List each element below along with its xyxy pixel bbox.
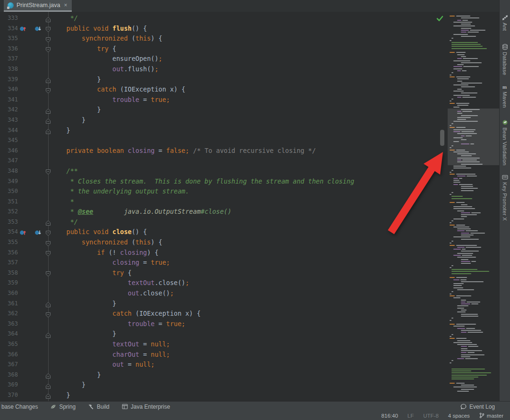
code-line-350[interactable]: 350 * the underlying output stream. xyxy=(0,186,500,197)
fold-end-icon[interactable] xyxy=(45,382,51,388)
overriding-method-icon[interactable] xyxy=(19,229,26,235)
event-log-icon xyxy=(460,403,467,410)
minimap-line xyxy=(448,253,500,254)
code-line-354[interactable]: 354 public void close() { xyxy=(0,227,500,237)
code-line-351[interactable]: 351 * xyxy=(0,197,500,207)
fold-start-icon[interactable] xyxy=(45,87,51,93)
fold-end-icon[interactable] xyxy=(45,127,51,134)
status-item-4-spaces[interactable]: 4 spaces xyxy=(448,413,470,419)
toolwindow-button-event-log[interactable]: Event Log xyxy=(460,403,495,410)
code-line-368[interactable]: 368 } xyxy=(0,370,500,380)
fold-start-icon[interactable] xyxy=(45,270,51,276)
code-line-352[interactable]: 352 * @see java.io.OutputStream#close() xyxy=(0,207,500,217)
minimap-viewport[interactable] xyxy=(448,109,500,165)
code-line-334[interactable]: 334 public void flush() { xyxy=(0,24,500,34)
code-line-347[interactable]: 347 xyxy=(0,156,500,166)
status-item-816-40[interactable]: 816:40 xyxy=(382,413,398,419)
code-line-359[interactable]: 359 textOut.close(); xyxy=(0,278,500,288)
tool-button-ant[interactable]: Ant xyxy=(500,14,510,31)
overriding-method-icon[interactable] xyxy=(19,25,26,32)
toolwindow-button-spring[interactable]: Spring xyxy=(50,403,76,410)
code-line-369[interactable]: 369 } xyxy=(0,380,500,390)
minimap[interactable] xyxy=(448,12,500,401)
fold-start-icon[interactable] xyxy=(45,229,51,235)
code-line-340[interactable]: 340 catch (IOException x) { xyxy=(0,84,500,95)
minimap-line xyxy=(448,54,500,55)
close-icon[interactable]: × xyxy=(64,2,67,8)
fold-start-icon[interactable] xyxy=(45,25,51,32)
fold-end-icon[interactable] xyxy=(45,392,51,398)
minimap-line xyxy=(448,324,500,325)
code-line-360[interactable]: 360 out.close(); xyxy=(0,288,500,299)
line-number: 353 xyxy=(0,217,18,227)
editor-scrollbar-thumb[interactable] xyxy=(440,130,444,146)
code-line-349[interactable]: 349 * Closes the stream. This is done by… xyxy=(0,176,500,187)
code-line-348[interactable]: 348 /** xyxy=(0,166,500,176)
code-text: * xyxy=(51,197,74,207)
code-line-338[interactable]: 338 out.flush(); xyxy=(0,64,500,75)
code-line-361[interactable]: 361 } xyxy=(0,299,500,309)
code-line-339[interactable]: 339 } xyxy=(0,75,500,85)
overridden-method-icon[interactable] xyxy=(34,25,42,32)
code-line-365[interactable]: 365 textOut = null; xyxy=(0,339,500,350)
fold-end-icon[interactable] xyxy=(45,219,51,225)
minimap-line xyxy=(448,386,500,387)
fold-end-icon[interactable] xyxy=(45,16,51,22)
code-line-346[interactable]: 346 private boolean closing = false; /* … xyxy=(0,146,500,156)
status-item-utf-8[interactable]: UTF-8 xyxy=(423,413,439,419)
inspection-ok-check-icon[interactable] xyxy=(436,15,444,22)
code-line-343[interactable]: 343 } xyxy=(0,115,500,126)
code-text: textOut.close(); xyxy=(51,278,189,288)
fold-start-icon[interactable] xyxy=(45,46,51,52)
fold-end-icon[interactable] xyxy=(45,372,51,378)
fold-start-icon[interactable] xyxy=(45,311,51,317)
tool-button-bean-validation[interactable]: Bean Validation xyxy=(500,119,510,166)
code-line-335[interactable]: 335 synchronized (this) { xyxy=(0,34,500,44)
fold-start-icon[interactable] xyxy=(45,168,51,174)
code-editor[interactable]: 333 */334 public void flush() {335 synch… xyxy=(0,12,500,401)
code-line-363[interactable]: 363 trouble = true; xyxy=(0,319,500,329)
toolwindow-button-base-changes[interactable]: base Changes xyxy=(1,403,38,410)
status-item-lf[interactable]: LF xyxy=(408,413,414,419)
toolwindow-button-java-enterprise[interactable]: Java Enterprise xyxy=(122,403,170,410)
minimap-line xyxy=(448,24,500,25)
code-line-345[interactable]: 345 xyxy=(0,135,500,146)
tool-button-maven[interactable]: mMaven xyxy=(500,83,510,108)
minimap-line xyxy=(448,241,500,242)
toolwindow-button-build[interactable]: Build xyxy=(88,403,110,410)
minimap-line xyxy=(448,305,500,306)
tool-button-key-promoter-x[interactable]: Key Promoter X xyxy=(500,174,510,221)
fold-end-icon[interactable] xyxy=(45,331,51,337)
overridden-method-icon[interactable] xyxy=(34,229,42,235)
fold-start-icon[interactable] xyxy=(45,250,51,256)
code-line-353[interactable]: 353 */ xyxy=(0,217,500,227)
minimap-line xyxy=(448,233,500,234)
code-line-367[interactable]: 367 out = null; xyxy=(0,360,500,370)
code-line-337[interactable]: 337 ensureOpen(); xyxy=(0,54,500,64)
code-line-342[interactable]: 342 } xyxy=(0,105,500,115)
minimap-line xyxy=(448,168,500,168)
code-line-341[interactable]: 341 trouble = true; xyxy=(0,95,500,105)
code-line-356[interactable]: 356 if (! closing) { xyxy=(0,248,500,258)
code-line-336[interactable]: 336 try { xyxy=(0,44,500,54)
fold-end-icon[interactable] xyxy=(45,107,51,113)
code-line-358[interactable]: 358 try { xyxy=(0,268,500,278)
code-text: } xyxy=(51,380,85,390)
fold-start-icon[interactable] xyxy=(45,240,51,246)
fold-start-icon[interactable] xyxy=(45,36,51,42)
code-line-355[interactable]: 355 synchronized (this) { xyxy=(0,237,500,248)
code-line-370[interactable]: 370 } xyxy=(0,390,500,401)
status-item-master[interactable]: master xyxy=(479,412,503,419)
fold-end-icon[interactable] xyxy=(45,117,51,123)
tab-printstream-java[interactable]: PrintStream.java × xyxy=(4,0,72,12)
code-line-366[interactable]: 366 charOut = null; xyxy=(0,350,500,360)
code-line-357[interactable]: 357 closing = true; xyxy=(0,258,500,268)
code-line-364[interactable]: 364 } xyxy=(0,329,500,339)
code-line-362[interactable]: 362 catch (IOException x) { xyxy=(0,309,500,319)
tool-button-database[interactable]: Database xyxy=(500,43,510,76)
minimap-line xyxy=(448,273,500,274)
fold-end-icon[interactable] xyxy=(45,301,51,307)
code-line-333[interactable]: 333 */ xyxy=(0,13,500,24)
fold-end-icon[interactable] xyxy=(45,76,51,83)
code-line-344[interactable]: 344 } xyxy=(0,126,500,136)
